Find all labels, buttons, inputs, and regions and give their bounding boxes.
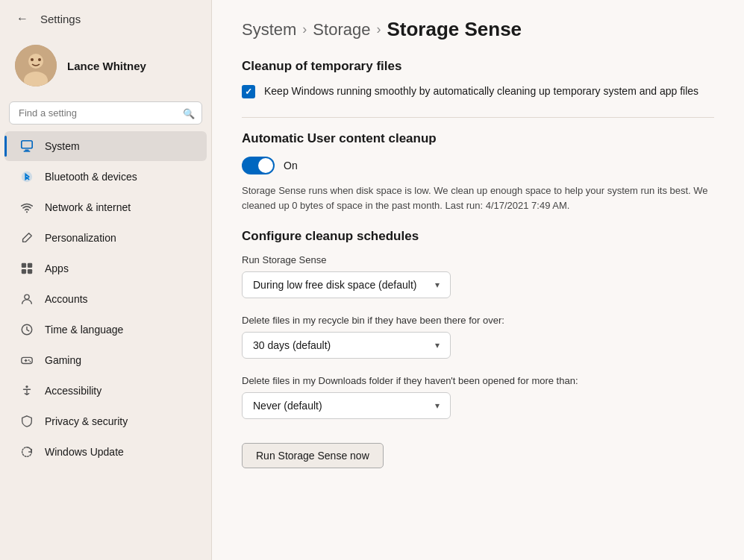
sidebar-item-privacy[interactable]: Privacy & security (4, 406, 207, 436)
user-name: Lance Whitney (67, 60, 146, 72)
search-input[interactable] (9, 101, 202, 125)
svg-point-18 (30, 361, 31, 362)
sidebar: ← Settings Lance Whitney 🔍 System (0, 0, 212, 560)
toggle-row: On (242, 157, 714, 174)
sidebar-item-windows-update[interactable]: Windows Update (4, 437, 207, 467)
apps-icon (19, 261, 34, 276)
cleanup-checkbox[interactable] (242, 85, 255, 98)
recycle-dropdown[interactable]: 30 days (default) ▾ (242, 332, 451, 359)
search-icon: 🔍 (183, 107, 195, 119)
sidebar-label-windows-update: Windows Update (45, 446, 124, 458)
bluetooth-icon (19, 169, 34, 184)
svg-rect-12 (22, 269, 26, 274)
sidebar-item-accessibility[interactable]: Accessibility (4, 376, 207, 406)
breadcrumb-system[interactable]: System (242, 20, 296, 40)
auto-cleanup-description: Storage Sense runs when disk space is lo… (242, 183, 714, 215)
sidebar-label-accounts: Accounts (45, 293, 88, 305)
network-icon (19, 200, 34, 215)
sidebar-item-network[interactable]: Network & internet (4, 192, 207, 222)
breadcrumb-sep-1: › (302, 22, 307, 37)
sidebar-item-personalization[interactable]: Personalization (4, 223, 207, 253)
recycle-dropdown-value: 30 days (default) (253, 339, 331, 351)
run-storage-dropdown-arrow: ▾ (435, 280, 440, 290)
accessibility-icon (19, 383, 34, 398)
svg-rect-10 (22, 263, 26, 268)
app-title: Settings (40, 13, 81, 25)
sidebar-label-apps: Apps (45, 262, 69, 274)
svg-point-9 (26, 211, 28, 213)
auto-cleanup-toggle[interactable] (242, 157, 275, 174)
schedules-title: Configure cleanup schedules (242, 229, 714, 244)
run-storage-label: Run Storage Sense (242, 254, 714, 265)
sidebar-label-system: System (45, 140, 80, 152)
toggle-label: On (284, 160, 298, 172)
update-icon (19, 444, 34, 459)
svg-rect-13 (28, 269, 32, 274)
sidebar-nav: System Bluetooth & devices N (0, 130, 211, 468)
recycle-label: Delete files in my recycle bin if they h… (242, 315, 714, 326)
sidebar-label-network: Network & internet (45, 201, 131, 213)
svg-point-14 (25, 295, 29, 299)
run-storage-dropdown-value: During low free disk space (default) (253, 279, 416, 291)
avatar (15, 45, 57, 86)
search-box: 🔍 (9, 101, 202, 125)
sidebar-label-gaming: Gaming (45, 354, 81, 366)
auto-cleanup-title: Automatic User content cleanup (242, 131, 714, 146)
pen-icon (19, 230, 34, 245)
cleanup-section-title: Cleanup of temporary files (242, 59, 714, 74)
sidebar-item-accounts[interactable]: Accounts (4, 284, 207, 314)
svg-rect-6 (25, 150, 28, 151)
downloads-dropdown-arrow: ▾ (435, 400, 440, 411)
svg-rect-5 (22, 141, 32, 148)
breadcrumb-current: Storage Sense (387, 18, 522, 41)
sidebar-item-gaming[interactable]: Gaming (4, 345, 207, 375)
system-icon (19, 139, 34, 154)
svg-point-8 (22, 172, 32, 182)
main-content: System › Storage › Storage Sense Cleanup… (212, 0, 744, 560)
sidebar-item-system[interactable]: System (4, 131, 207, 161)
sidebar-label-personalization: Personalization (45, 232, 116, 244)
user-profile: Lance Whitney (0, 33, 211, 98)
breadcrumb-sep-2: › (376, 22, 381, 37)
sidebar-label-accessibility: Accessibility (45, 385, 101, 397)
toggle-knob (258, 158, 273, 173)
time-icon (19, 322, 34, 337)
sidebar-label-time: Time & language (45, 324, 123, 336)
breadcrumb-storage[interactable]: Storage (313, 20, 370, 40)
svg-rect-7 (24, 151, 31, 151)
recycle-dropdown-arrow: ▾ (435, 340, 440, 350)
svg-point-19 (25, 386, 28, 388)
gaming-icon (19, 353, 34, 368)
privacy-icon (19, 414, 34, 429)
svg-point-1 (28, 54, 43, 69)
svg-rect-11 (28, 263, 32, 268)
sidebar-item-time[interactable]: Time & language (4, 315, 207, 345)
sidebar-label-privacy: Privacy & security (45, 415, 128, 427)
run-storage-dropdown[interactable]: During low free disk space (default) ▾ (242, 271, 451, 298)
breadcrumb: System › Storage › Storage Sense (242, 18, 714, 41)
run-storage-sense-button[interactable]: Run Storage Sense now (242, 443, 384, 468)
sidebar-header: ← Settings (0, 0, 211, 33)
svg-point-4 (38, 58, 41, 61)
svg-point-3 (31, 58, 34, 61)
downloads-dropdown[interactable]: Never (default) ▾ (242, 392, 451, 419)
sidebar-item-apps[interactable]: Apps (4, 254, 207, 283)
accounts-icon (19, 292, 34, 306)
back-button[interactable]: ← (12, 10, 33, 27)
cleanup-checkbox-row: Keep Windows running smoothly by automat… (242, 84, 714, 99)
downloads-label: Delete files in my Downloads folder if t… (242, 375, 714, 386)
svg-point-17 (28, 359, 30, 361)
downloads-dropdown-value: Never (default) (253, 400, 322, 412)
sidebar-label-bluetooth: Bluetooth & devices (45, 171, 137, 183)
divider-1 (242, 117, 714, 118)
sidebar-item-bluetooth[interactable]: Bluetooth & devices (4, 162, 207, 192)
cleanup-checkbox-label: Keep Windows running smoothly by automat… (264, 84, 698, 99)
